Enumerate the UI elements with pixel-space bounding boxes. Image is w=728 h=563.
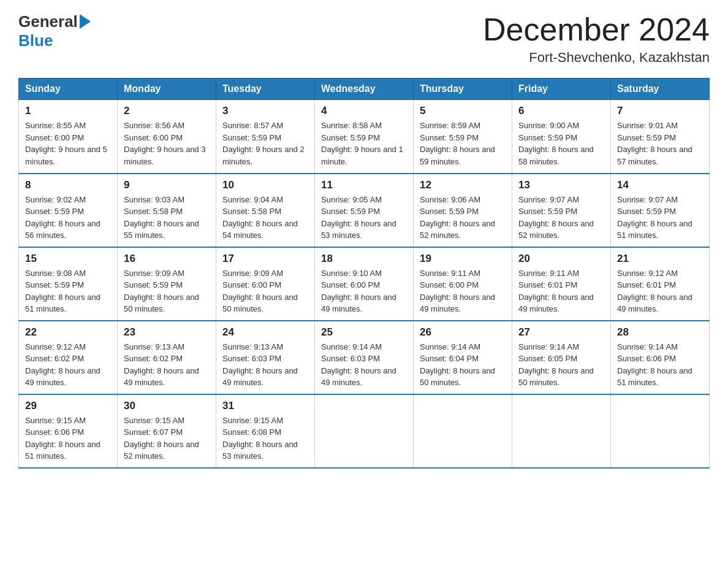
calendar-cell [315, 394, 414, 468]
day-info: Sunrise: 9:00 AMSunset: 5:59 PMDaylight:… [518, 120, 604, 167]
calendar-cell: 31Sunrise: 9:15 AMSunset: 6:08 PMDayligh… [216, 394, 315, 468]
weekday-header-row: SundayMondayTuesdayWednesdayThursdayFrid… [19, 79, 710, 100]
calendar-cell: 29Sunrise: 9:15 AMSunset: 6:06 PMDayligh… [19, 394, 118, 468]
calendar-cell: 9Sunrise: 9:03 AMSunset: 5:58 PMDaylight… [118, 174, 216, 247]
day-info: Sunrise: 9:15 AMSunset: 6:08 PMDaylight:… [222, 415, 308, 462]
day-info: Sunrise: 9:07 AMSunset: 5:59 PMDaylight:… [617, 194, 703, 242]
day-info: Sunrise: 9:02 AMSunset: 5:59 PMDaylight:… [25, 194, 111, 242]
calendar-cell: 6Sunrise: 9:00 AMSunset: 5:59 PMDaylight… [512, 100, 611, 174]
day-number: 4 [321, 105, 407, 117]
day-info: Sunrise: 9:13 AMSunset: 6:02 PMDaylight:… [124, 341, 210, 389]
calendar-cell [611, 394, 710, 468]
logo: General Blue [18, 12, 91, 50]
calendar-cell: 12Sunrise: 9:06 AMSunset: 5:59 PMDayligh… [414, 174, 512, 247]
day-info: Sunrise: 9:12 AMSunset: 6:02 PMDaylight:… [25, 341, 111, 389]
calendar-cell: 2Sunrise: 8:56 AMSunset: 6:00 PMDaylight… [118, 100, 216, 174]
calendar-cell: 17Sunrise: 9:09 AMSunset: 6:00 PMDayligh… [216, 247, 315, 321]
day-number: 16 [124, 253, 210, 265]
calendar-cell: 20Sunrise: 9:11 AMSunset: 6:01 PMDayligh… [512, 247, 611, 321]
day-number: 18 [321, 253, 407, 265]
day-number: 1 [25, 105, 111, 117]
logo-arrow-icon [80, 14, 91, 29]
day-number: 25 [321, 326, 407, 339]
calendar-cell: 3Sunrise: 8:57 AMSunset: 5:59 PMDaylight… [216, 100, 315, 174]
location-title: Fort-Shevchenko, Kazakhstan [483, 50, 710, 66]
day-info: Sunrise: 9:09 AMSunset: 6:00 PMDaylight:… [222, 267, 308, 315]
day-number: 10 [222, 179, 308, 191]
day-number: 19 [420, 253, 506, 265]
page-header: General Blue December 2024 Fort-Shevchen… [18, 12, 710, 66]
calendar-cell: 11Sunrise: 9:05 AMSunset: 5:59 PMDayligh… [315, 174, 414, 247]
calendar-cell: 27Sunrise: 9:14 AMSunset: 6:05 PMDayligh… [512, 321, 611, 394]
day-number: 8 [25, 179, 111, 191]
calendar-cell: 13Sunrise: 9:07 AMSunset: 5:59 PMDayligh… [512, 174, 611, 247]
day-info: Sunrise: 8:57 AMSunset: 5:59 PMDaylight:… [222, 120, 308, 167]
day-info: Sunrise: 8:56 AMSunset: 6:00 PMDaylight:… [124, 120, 210, 167]
calendar-cell [414, 394, 512, 468]
day-number: 31 [222, 400, 308, 412]
day-info: Sunrise: 9:07 AMSunset: 5:59 PMDaylight:… [518, 194, 604, 242]
weekday-header-sunday: Sunday [19, 79, 118, 100]
calendar-cell: 1Sunrise: 8:55 AMSunset: 6:00 PMDaylight… [19, 100, 118, 174]
calendar-cell: 28Sunrise: 9:14 AMSunset: 6:06 PMDayligh… [611, 321, 710, 394]
day-info: Sunrise: 8:55 AMSunset: 6:00 PMDaylight:… [25, 120, 111, 167]
day-info: Sunrise: 9:15 AMSunset: 6:06 PMDaylight:… [25, 415, 111, 462]
weekday-header-monday: Monday [118, 79, 216, 100]
day-number: 12 [420, 179, 506, 191]
calendar-cell [512, 394, 611, 468]
day-info: Sunrise: 8:58 AMSunset: 5:59 PMDaylight:… [321, 120, 407, 167]
calendar-week-row: 15Sunrise: 9:08 AMSunset: 5:59 PMDayligh… [19, 247, 710, 321]
calendar-cell: 4Sunrise: 8:58 AMSunset: 5:59 PMDaylight… [315, 100, 414, 174]
day-number: 11 [321, 179, 407, 191]
calendar-cell: 16Sunrise: 9:09 AMSunset: 5:59 PMDayligh… [118, 247, 216, 321]
calendar-cell: 5Sunrise: 8:59 AMSunset: 5:59 PMDaylight… [414, 100, 512, 174]
day-info: Sunrise: 9:10 AMSunset: 6:00 PMDaylight:… [321, 267, 407, 315]
weekday-header-thursday: Thursday [414, 79, 512, 100]
day-number: 9 [124, 179, 210, 191]
calendar-week-row: 22Sunrise: 9:12 AMSunset: 6:02 PMDayligh… [19, 321, 710, 394]
day-info: Sunrise: 9:14 AMSunset: 6:05 PMDaylight:… [518, 341, 604, 389]
day-number: 26 [420, 326, 506, 339]
day-number: 21 [617, 253, 703, 265]
title-section: December 2024 Fort-Shevchenko, Kazakhsta… [483, 12, 710, 66]
weekday-header-saturday: Saturday [611, 79, 710, 100]
day-number: 22 [25, 326, 111, 339]
day-info: Sunrise: 9:05 AMSunset: 5:59 PMDaylight:… [321, 194, 407, 242]
day-info: Sunrise: 9:04 AMSunset: 5:58 PMDaylight:… [222, 194, 308, 242]
calendar-cell: 8Sunrise: 9:02 AMSunset: 5:59 PMDaylight… [19, 174, 118, 247]
calendar-cell: 7Sunrise: 9:01 AMSunset: 5:59 PMDaylight… [611, 100, 710, 174]
logo-blue: Blue [18, 31, 53, 50]
calendar-cell: 10Sunrise: 9:04 AMSunset: 5:58 PMDayligh… [216, 174, 315, 247]
day-info: Sunrise: 9:12 AMSunset: 6:01 PMDaylight:… [617, 267, 703, 315]
calendar-cell: 15Sunrise: 9:08 AMSunset: 5:59 PMDayligh… [19, 247, 118, 321]
day-info: Sunrise: 9:14 AMSunset: 6:03 PMDaylight:… [321, 341, 407, 389]
day-info: Sunrise: 9:14 AMSunset: 6:04 PMDaylight:… [420, 341, 506, 389]
day-number: 5 [420, 105, 506, 117]
calendar-cell: 19Sunrise: 9:11 AMSunset: 6:00 PMDayligh… [414, 247, 512, 321]
day-info: Sunrise: 9:15 AMSunset: 6:07 PMDaylight:… [124, 415, 210, 462]
weekday-header-wednesday: Wednesday [315, 79, 414, 100]
weekday-header-tuesday: Tuesday [216, 79, 315, 100]
calendar-cell: 14Sunrise: 9:07 AMSunset: 5:59 PMDayligh… [611, 174, 710, 247]
day-info: Sunrise: 9:08 AMSunset: 5:59 PMDaylight:… [25, 267, 111, 315]
calendar-cell: 24Sunrise: 9:13 AMSunset: 6:03 PMDayligh… [216, 321, 315, 394]
calendar-week-row: 8Sunrise: 9:02 AMSunset: 5:59 PMDaylight… [19, 174, 710, 247]
day-info: Sunrise: 9:06 AMSunset: 5:59 PMDaylight:… [420, 194, 506, 242]
calendar-cell: 23Sunrise: 9:13 AMSunset: 6:02 PMDayligh… [118, 321, 216, 394]
day-number: 28 [617, 326, 703, 339]
weekday-header-friday: Friday [512, 79, 611, 100]
calendar-cell: 26Sunrise: 9:14 AMSunset: 6:04 PMDayligh… [414, 321, 512, 394]
day-number: 23 [124, 326, 210, 339]
calendar-cell: 21Sunrise: 9:12 AMSunset: 6:01 PMDayligh… [611, 247, 710, 321]
day-info: Sunrise: 8:59 AMSunset: 5:59 PMDaylight:… [420, 120, 506, 167]
month-title: December 2024 [483, 12, 710, 47]
day-info: Sunrise: 9:13 AMSunset: 6:03 PMDaylight:… [222, 341, 308, 389]
day-info: Sunrise: 9:14 AMSunset: 6:06 PMDaylight:… [617, 341, 703, 389]
day-number: 20 [518, 253, 604, 265]
day-number: 24 [222, 326, 308, 339]
day-number: 13 [518, 179, 604, 191]
day-info: Sunrise: 9:11 AMSunset: 6:01 PMDaylight:… [518, 267, 604, 315]
day-info: Sunrise: 9:01 AMSunset: 5:59 PMDaylight:… [617, 120, 703, 167]
day-number: 30 [124, 400, 210, 412]
day-info: Sunrise: 9:03 AMSunset: 5:58 PMDaylight:… [124, 194, 210, 242]
